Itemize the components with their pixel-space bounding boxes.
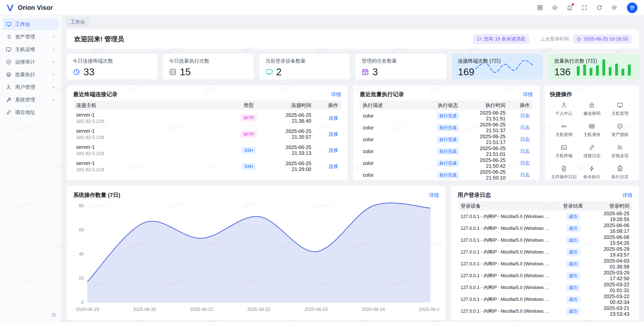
- refresh-button[interactable]: [596, 5, 603, 11]
- connect-link[interactable]: 连接: [329, 164, 338, 169]
- stat-label: 今日批量执行次数: [169, 58, 248, 64]
- table-row: color执行完成2025-06-25 21:51:51日志: [360, 110, 533, 122]
- exec-status-badge: 执行完成: [437, 124, 459, 131]
- exec-description: color: [360, 122, 429, 134]
- terminal-details-link[interactable]: 详情: [331, 91, 341, 98]
- system-operations-details-link[interactable]: 详情: [429, 192, 439, 199]
- command-icon: [589, 165, 595, 172]
- login-device: 127.0.0.1 - 内网IP - Mozilla/5.0 (Windows …: [461, 296, 552, 302]
- sidebar-item-batch[interactable]: 批量执行: [3, 69, 59, 81]
- table-row: color执行完成2025-06-25 21:51:37日志: [360, 122, 533, 134]
- quick-action-host-manage[interactable]: 主机管理: [606, 102, 634, 116]
- column-header: 操作: [314, 100, 341, 110]
- chevron-down-icon: [51, 85, 56, 89]
- quick-action-person-center[interactable]: 个人中心: [550, 102, 578, 116]
- exec-time: 2025-06-25 21:51:01: [467, 146, 509, 157]
- log-link[interactable]: 日志: [520, 125, 530, 130]
- breadcrumb: 工作台: [67, 18, 639, 26]
- quick-action-online-session[interactable]: 在线会话: [606, 144, 634, 159]
- quick-action-label: 在线会话: [611, 153, 628, 159]
- quick-action-host-terminal[interactable]: 主机终端: [550, 144, 578, 159]
- quick-action-asset-grant[interactable]: 资产授权: [606, 123, 634, 137]
- batch-executions-table: 执行描述执行状态执行时间操作 color执行完成2025-06-25 21:51…: [360, 100, 533, 181]
- stat-value: 2: [276, 66, 282, 78]
- sidebar-item-audit[interactable]: 运维审计: [3, 56, 59, 68]
- theme-button[interactable]: [552, 5, 558, 11]
- sidebar-item-users[interactable]: 用户管理: [3, 81, 59, 93]
- table-row: 127.0.0.1 - 内网IP - Mozilla/5.0 (Windows …: [458, 211, 632, 223]
- quick-action-label: 主机密钥: [555, 132, 573, 137]
- quick-action-host-key[interactable]: 主机密钥: [550, 123, 578, 137]
- log-link[interactable]: 日志: [520, 149, 530, 154]
- connect-link[interactable]: 连接: [329, 131, 338, 137]
- sidebar-item-label: 批量执行: [15, 71, 35, 78]
- column-header: 登录时间: [590, 201, 632, 211]
- user-avatar[interactable]: 管: [627, 3, 637, 13]
- sidebar-item-system[interactable]: 系统管理: [3, 94, 59, 106]
- last-login-time-chip: 2025-06-25 19:26:55: [573, 34, 631, 44]
- sidebar-item-label: 系统管理: [15, 96, 35, 103]
- breadcrumb-item-workbench[interactable]: 工作台: [67, 18, 89, 27]
- stat-card-current-login-devices: 当前登录设备数量2: [259, 54, 350, 79]
- notifications-button[interactable]: [567, 5, 573, 11]
- bottom-section: 系统操作数量 (7日) 详情 0204060802025-06-192025-0…: [67, 186, 639, 320]
- exec-status-badge: 执行完成: [437, 136, 459, 143]
- panel-terminal-records: 最近终端连接记录 详情 连接主机类型连接时间操作 server-1182.92.…: [67, 85, 348, 180]
- quick-action-label: 执行日志: [611, 174, 628, 180]
- connect-link[interactable]: 连接: [329, 148, 338, 153]
- terminal-connections-7d-sparkline: [473, 57, 536, 77]
- login-result-badge: 成功: [566, 308, 580, 315]
- chevron-down-icon: [51, 35, 56, 39]
- log-link[interactable]: 日志: [520, 172, 530, 177]
- column-header: 连接时间: [269, 100, 314, 110]
- connect-time: 2025-06-25 21:35:57: [269, 126, 314, 142]
- panel-title: 最近终端连接记录: [73, 91, 117, 98]
- audit-icon: [6, 59, 12, 65]
- quick-action-label: 主机管理: [611, 111, 628, 116]
- middle-section: 最近终端连接记录 详情 连接主机类型连接时间操作 server-1182.92.…: [67, 85, 639, 180]
- exec-status-badge: 执行完成: [437, 112, 459, 120]
- log-link[interactable]: 日志: [520, 113, 530, 118]
- quick-action-host-identity[interactable]: 主机身份: [578, 123, 606, 137]
- file-log-icon: [561, 165, 567, 172]
- exec-description: color: [360, 134, 429, 146]
- sidebar-collapse-button[interactable]: [51, 312, 58, 319]
- panel-title: 系统操作数量 (7日): [73, 191, 120, 199]
- apps-button[interactable]: [537, 5, 543, 11]
- sidebar-item-label: 主机运维: [15, 46, 35, 53]
- settings-button[interactable]: [611, 5, 618, 11]
- batch-details-link[interactable]: 详情: [523, 91, 533, 98]
- connect-time: 2025-06-25 21:29:00: [269, 158, 314, 174]
- table-row: 127.0.0.1 - 内网IP - Mozilla/5.0 (Windows …: [458, 282, 632, 294]
- stat-value: 136: [554, 66, 571, 78]
- unread-messages-chip[interactable]: 您有 15 条未读消息: [473, 34, 529, 44]
- connect-link[interactable]: 连接: [329, 115, 338, 121]
- login-log-details-link[interactable]: 详情: [622, 192, 632, 199]
- quick-action-command-exec[interactable]: 命令执行: [578, 165, 606, 180]
- login-device: 127.0.0.1 - 内网IP - Mozilla/5.0 (Windows …: [461, 237, 552, 243]
- column-header: 操作: [509, 100, 533, 110]
- column-header: 执行描述: [360, 100, 429, 110]
- log-link[interactable]: 日志: [520, 160, 530, 166]
- svg-text:2025-06-24: 2025-06-24: [362, 307, 385, 312]
- sidebar-item-host-ops[interactable]: 主机运维: [3, 44, 59, 55]
- svg-text:2025-06-19: 2025-06-19: [76, 307, 99, 312]
- host-manage-icon: [617, 102, 623, 108]
- sidebar-item-workbench[interactable]: 工作台: [3, 18, 59, 30]
- host-ip: 182.92.5.218: [76, 119, 226, 124]
- sidebar-item-project[interactable]: 项目地址: [3, 106, 59, 118]
- fullscreen-button[interactable]: [581, 5, 588, 11]
- sidebar-item-assets[interactable]: 资产管理: [3, 31, 59, 43]
- table-row: 127.0.0.1 - 内网IP - Mozilla/5.0 (Windows …: [458, 305, 632, 317]
- stat-card-managed-tasks: 管理的任务数量3: [355, 54, 446, 79]
- log-link[interactable]: 日志: [520, 137, 530, 142]
- login-time: 2025-06-06 16:08:17: [590, 223, 632, 234]
- table-row: 127.0.0.1 - 内网IP - Mozilla/5.0 (Windows …: [458, 258, 632, 270]
- quick-action-file-op-log[interactable]: 文件操作日志: [550, 165, 578, 180]
- quick-action-connect-log[interactable]: 连接日志: [578, 144, 606, 159]
- quick-action-change-password[interactable]: 修改密码: [578, 102, 606, 116]
- sidebar-item-label: 资产管理: [15, 33, 35, 40]
- table-row: server-1182.92.5.218SFTP2025-06-25 21:36…: [73, 110, 341, 126]
- terminal-icon: [561, 144, 567, 151]
- quick-action-exec-log[interactable]: 执行日志: [606, 165, 634, 180]
